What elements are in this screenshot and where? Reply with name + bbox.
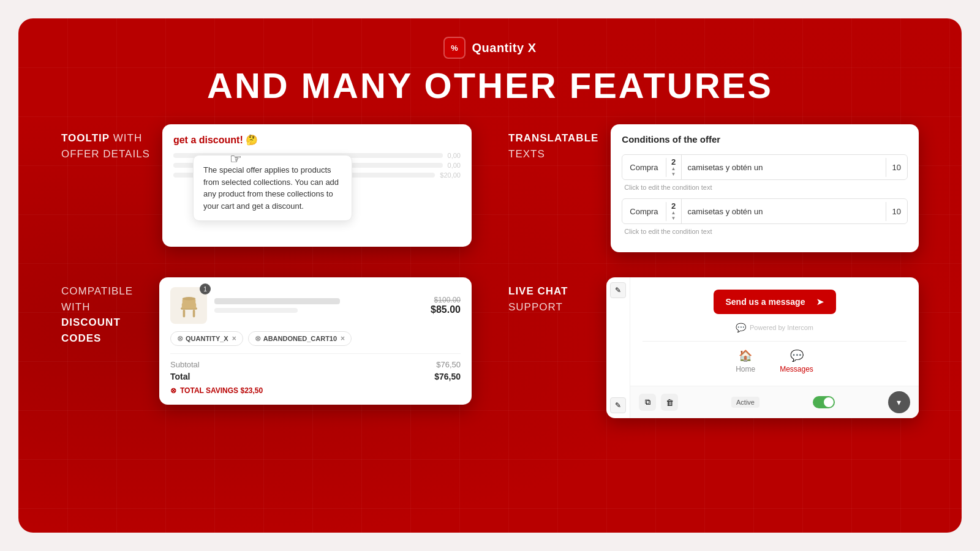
tooltip-line-value-3: $20,00 bbox=[440, 171, 461, 179]
intercom-icon: 💬 bbox=[736, 323, 746, 332]
main-title: AND MANY OTHER FEATURES bbox=[207, 65, 773, 106]
svg-rect-5 bbox=[192, 309, 195, 317]
condition-num-value-2: 2 bbox=[671, 201, 676, 211]
svg-rect-4 bbox=[183, 309, 185, 317]
chat-action-icons: ⧉ 🗑 bbox=[639, 394, 678, 411]
tooltip-popup: The special offer applies to products fr… bbox=[193, 155, 352, 221]
tag-close-1[interactable]: × bbox=[232, 334, 236, 343]
chat-label: LIVE CHAT SUPPORT bbox=[508, 277, 594, 315]
condition-text-2: camisetas y obtén un bbox=[682, 202, 886, 221]
condition-num-end-1: 10 bbox=[886, 158, 907, 177]
logo-icon: % bbox=[443, 37, 466, 59]
condition-row-2: Compra 2 ▲ ▼ camisetas y obtén un 10 bbox=[622, 198, 908, 224]
tooltip-label: TOOLTIP WITHOFFER DETAILS bbox=[61, 124, 150, 162]
condition-arrows-1[interactable]: ▲ ▼ bbox=[671, 167, 676, 177]
condition-up-1[interactable]: ▲ bbox=[671, 167, 676, 171]
chat-down-button[interactable]: ▾ bbox=[888, 391, 910, 413]
condition-num-value-1: 2 bbox=[671, 157, 676, 167]
condition-num-end-2: 10 bbox=[886, 202, 907, 221]
home-label: Home bbox=[736, 365, 755, 373]
condition-up-2[interactable]: ▲ bbox=[671, 211, 676, 216]
messages-icon: 💬 bbox=[790, 349, 804, 362]
condition-hint-1[interactable]: Click to edit the condition text bbox=[622, 184, 908, 191]
tag-close-2[interactable]: × bbox=[341, 334, 345, 343]
tag-abandoned: ⊗ ABANDONED_CART10 × bbox=[248, 331, 352, 346]
action-btn-edit2[interactable]: ✎ bbox=[610, 397, 626, 413]
tooltip-card: get a discount! 🤔 0,00 0,00 bbox=[162, 124, 472, 247]
condition-down-2[interactable]: ▼ bbox=[671, 216, 676, 221]
cursor-icon: ☞ bbox=[230, 151, 242, 167]
send-btn-label: Send us a message bbox=[726, 297, 805, 307]
tag-icon-1: ⊗ bbox=[177, 334, 183, 343]
discount-card: 1 bbox=[159, 277, 472, 405]
svg-text:%: % bbox=[451, 43, 459, 53]
tooltip-badge-text: get a discount! 🤔 bbox=[173, 134, 461, 146]
svg-point-7 bbox=[182, 297, 195, 300]
brand-name: Quantity X bbox=[472, 41, 536, 55]
condition-hint-2[interactable]: Click to edit the condition text bbox=[622, 228, 908, 235]
active-toggle[interactable] bbox=[813, 396, 835, 408]
chevron-down-icon: ▾ bbox=[897, 397, 901, 407]
active-badge: Active bbox=[731, 397, 760, 408]
conditions-title: Conditions of the offer bbox=[622, 134, 908, 144]
logo-svg: % bbox=[448, 41, 461, 54]
total-row: Total $76,50 bbox=[170, 372, 461, 381]
chat-nav-home[interactable]: 🏠 Home bbox=[736, 349, 755, 373]
features-grid: TOOLTIP WITHOFFER DETAILS get a discount… bbox=[61, 124, 919, 418]
discount-label-bold: DISCOUNTCODES bbox=[61, 317, 121, 344]
savings-label: TOTAL SAVINGS $23,50 bbox=[180, 386, 263, 395]
subtotal-row: Subtotal $76,50 bbox=[170, 360, 461, 369]
action-btn-edit[interactable]: ✎ bbox=[610, 282, 626, 298]
price-discounted: $85.00 bbox=[431, 304, 461, 315]
product-price: $100.00 $85.00 bbox=[431, 296, 461, 315]
translatable-label: TRANSLATABLE TEXTS bbox=[508, 124, 598, 162]
tag-label-2: ABANDONED_CART10 bbox=[263, 335, 337, 342]
product-info bbox=[214, 298, 423, 313]
tags-row: ⊗ QUANTITY_X × ⊗ ABANDONED_CART10 × bbox=[170, 331, 461, 346]
discount-label-compatible: COMPATIBLEWITH bbox=[61, 285, 133, 313]
total-value: $76,50 bbox=[434, 372, 461, 381]
messages-label: Messages bbox=[780, 365, 813, 373]
translatable-label-bold: TRANSLATABLE bbox=[508, 132, 598, 144]
tooltip-label-bold: TOOLTIP bbox=[61, 132, 110, 144]
tag-icon-2: ⊗ bbox=[255, 334, 261, 343]
condition-num-1: 2 ▲ ▼ bbox=[666, 155, 682, 179]
tooltip-line-value-2: 0,00 bbox=[448, 162, 461, 169]
condition-arrows-2[interactable]: ▲ ▼ bbox=[671, 211, 676, 221]
feature-translatable: TRANSLATABLE TEXTS Conditions of the off… bbox=[508, 124, 919, 265]
powered-by: 💬 Powered by Intercom bbox=[643, 323, 907, 332]
divider bbox=[170, 353, 461, 354]
chat-copy-icon[interactable]: ⧉ bbox=[639, 394, 656, 411]
chat-delete-icon[interactable]: 🗑 bbox=[661, 394, 678, 411]
product-image: 1 bbox=[170, 287, 207, 324]
subtotal-label: Subtotal bbox=[170, 360, 200, 369]
condition-down-1[interactable]: ▼ bbox=[671, 172, 676, 177]
condition-row-1: Compra 2 ▲ ▼ camisetas y obtén un 10 bbox=[622, 154, 908, 180]
condition-num-2: 2 ▲ ▼ bbox=[666, 199, 682, 223]
total-label: Total bbox=[170, 372, 190, 381]
tooltip-card-inner: get a discount! 🤔 0,00 0,00 bbox=[162, 124, 472, 196]
tag-label-1: QUANTITY_X bbox=[186, 335, 228, 342]
chat-card: ✎ ✎ Send us a message ➤ 💬 bbox=[606, 277, 919, 418]
condition-col1-1: Compra bbox=[622, 158, 666, 177]
translatable-label-plain: TEXTS bbox=[508, 148, 545, 160]
chat-label-plain: SUPPORT bbox=[508, 301, 563, 313]
feature-discount: COMPATIBLEWITH DISCOUNTCODES 1 bbox=[61, 277, 472, 418]
product-row: 1 bbox=[170, 287, 461, 324]
product-name-bar bbox=[214, 298, 340, 304]
send-message-button[interactable]: Send us a message ➤ bbox=[714, 290, 836, 314]
savings-icon: ⊗ bbox=[170, 386, 176, 395]
chat-nav-messages[interactable]: 💬 Messages bbox=[780, 349, 813, 373]
tag-quantity: ⊗ QUANTITY_X × bbox=[170, 331, 243, 346]
chat-main: Send us a message ➤ 💬 Powered by Interco… bbox=[630, 277, 919, 418]
savings-row: ⊗ TOTAL SAVINGS $23,50 bbox=[170, 386, 461, 395]
feature-chat: LIVE CHAT SUPPORT ✎ ✎ Send us a message bbox=[508, 277, 919, 418]
home-icon: 🏠 bbox=[739, 349, 752, 362]
translatable-card: Conditions of the offer Compra 2 ▲ ▼ cam… bbox=[611, 124, 919, 252]
feature-tooltip: TOOLTIP WITHOFFER DETAILS get a discount… bbox=[61, 124, 472, 265]
discount-label: COMPATIBLEWITH DISCOUNTCODES bbox=[61, 277, 147, 346]
tooltip-popup-text: The special offer applies to products fr… bbox=[203, 165, 339, 211]
subtotal-value: $76,50 bbox=[436, 360, 461, 369]
chat-label-bold: LIVE CHAT bbox=[508, 285, 568, 297]
condition-text-1: camisetas y obtén un bbox=[682, 158, 886, 177]
